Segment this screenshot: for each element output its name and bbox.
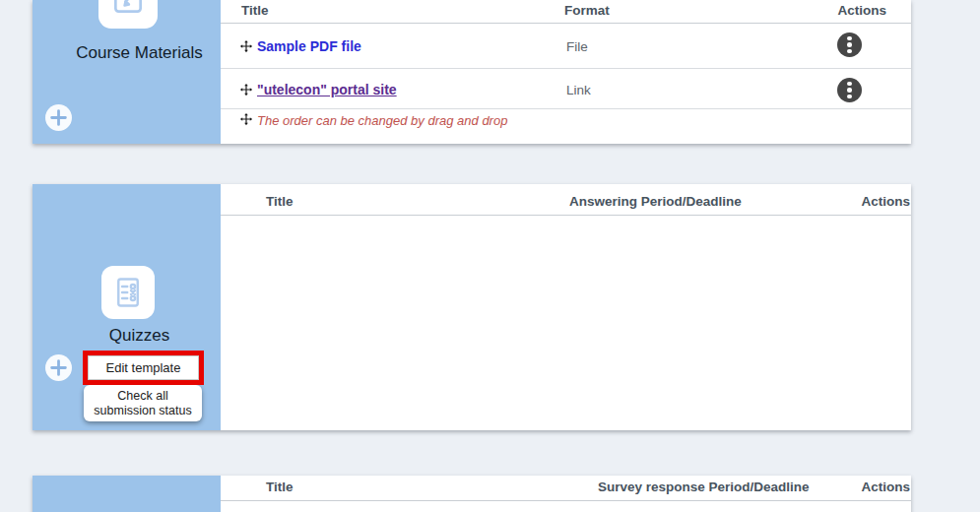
header-divider [221, 215, 911, 216]
column-header-actions: Actions [861, 480, 910, 494]
column-header-actions: Actions [837, 3, 886, 18]
column-header-title: Title [266, 480, 294, 494]
course-materials-table: Title Format Actions Sample PDF file Fil… [221, 0, 911, 144]
quizzes-label: Quizzes [33, 326, 233, 346]
column-header-title: Title [241, 3, 269, 18]
add-course-material-button[interactable] [45, 104, 72, 131]
edit-template-button[interactable]: Edit template [88, 355, 199, 380]
add-quiz-button[interactable] [45, 354, 72, 381]
row-actions-menu-button[interactable] [837, 78, 862, 102]
course-materials-icon-tile [98, 0, 158, 29]
row-divider [221, 68, 911, 69]
column-header-format: Format [564, 3, 610, 18]
move-arrows-icon [239, 112, 253, 126]
column-header-actions: Actions [861, 194, 910, 209]
plus-icon [50, 109, 67, 126]
course-materials-sidebar: Course Materials [33, 0, 221, 144]
drag-drop-note: The order can be changed by drag and dro… [257, 113, 507, 128]
quizzes-icon-tile [101, 266, 155, 319]
row-divider [221, 108, 911, 109]
column-header-title: Title [266, 194, 294, 209]
course-material-link[interactable]: "utelecon" portal site [257, 82, 397, 97]
column-header-period: Answering Period/Deadline [569, 194, 742, 209]
surveys-table: Title Survey response Period/Deadline Ac… [221, 476, 911, 512]
header-divider [221, 500, 911, 501]
plus-icon [50, 359, 67, 376]
row-actions-menu-button[interactable] [837, 32, 862, 57]
lms-content-area: Course Materials Title Format Actions Sa… [0, 0, 980, 512]
edit-document-icon [109, 0, 147, 18]
course-materials-section: Course Materials Title Format Actions Sa… [33, 0, 911, 144]
format-cell: File [566, 39, 588, 54]
course-material-link[interactable]: Sample PDF file [257, 38, 361, 54]
quizzes-table: Title Answering Period/Deadline Actions [221, 184, 911, 430]
column-header-period: Survey response Period/Deadline [598, 480, 810, 494]
kebab-menu-icon [847, 36, 852, 41]
format-cell: Link [566, 83, 591, 97]
check-all-submission-status-button[interactable]: Check all submission status [84, 385, 202, 421]
move-arrows-icon[interactable] [239, 83, 253, 96]
surveys-section: Title Survey response Period/Deadline Ac… [33, 476, 911, 512]
surveys-sidebar [33, 476, 221, 512]
course-materials-label: Course Materials [33, 43, 233, 63]
kebab-menu-icon [847, 82, 852, 87]
quizzes-section: Quizzes Edit template Check all submissi… [33, 184, 911, 430]
edit-template-highlight: Edit template [83, 351, 204, 385]
quiz-checklist-icon [110, 275, 146, 310]
move-arrows-icon[interactable] [239, 39, 253, 53]
header-divider [221, 23, 911, 24]
